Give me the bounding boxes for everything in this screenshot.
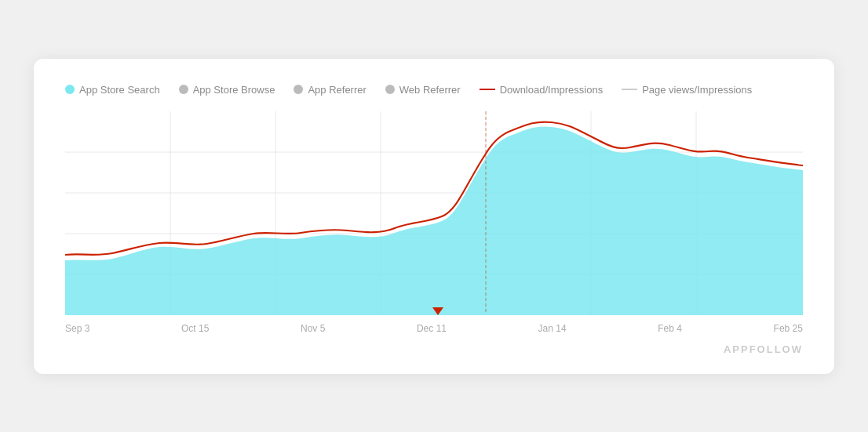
legend-label-download-impressions: Download/Impressions — [500, 84, 604, 96]
x-label-feb25: Feb 25 — [774, 323, 803, 334]
x-label-dec11: Dec 11 — [417, 323, 447, 334]
x-label-feb4: Feb 4 — [658, 323, 682, 334]
legend-item-page-views: Page views/Impressions — [622, 84, 752, 96]
x-label-nov5: Nov 5 — [301, 323, 325, 334]
legend-label-app-store-browse: App Store Browse — [193, 84, 275, 96]
legend-label-app-referrer: App Referrer — [308, 84, 366, 96]
legend-dot-app-referrer — [294, 85, 303, 94]
legend-label-page-views: Page views/Impressions — [642, 84, 752, 96]
legend-item-download-impressions: Download/Impressions — [480, 84, 604, 96]
x-label-oct15: Oct 15 — [181, 323, 209, 334]
legend-label-web-referrer: Web Referrer — [399, 84, 461, 96]
legend-line-download-impressions — [480, 89, 495, 90]
x-label-jan14: Jan 14 — [538, 323, 567, 334]
legend-dot-app-store-browse — [179, 85, 188, 94]
brand-label: APPFOLLOW — [65, 343, 803, 355]
legend-item-web-referrer: Web Referrer — [385, 84, 461, 96]
x-axis-labels: Sep 3 Oct 15 Nov 5 Dec 11 Jan 14 Feb 4 F… — [65, 323, 803, 334]
legend-label-app-store-search: App Store Search — [79, 84, 160, 96]
chart-area — [65, 111, 803, 315]
area-fill-app-store-search — [65, 126, 803, 315]
x-label-sep3: Sep 3 — [65, 323, 89, 334]
legend-dot-web-referrer — [385, 85, 395, 94]
legend-item-app-store-search: App Store Search — [65, 84, 160, 96]
legend-line-page-views — [622, 89, 637, 90]
legend-dot-app-store-search — [65, 85, 75, 94]
chart-card: App Store Search App Store Browse App Re… — [34, 59, 834, 374]
legend-item-app-referrer: App Referrer — [294, 84, 366, 96]
chart-svg — [65, 111, 803, 315]
event-marker-dec11 — [432, 307, 443, 315]
legend-item-app-store-browse: App Store Browse — [179, 84, 275, 96]
chart-legend: App Store Search App Store Browse App Re… — [65, 84, 803, 96]
